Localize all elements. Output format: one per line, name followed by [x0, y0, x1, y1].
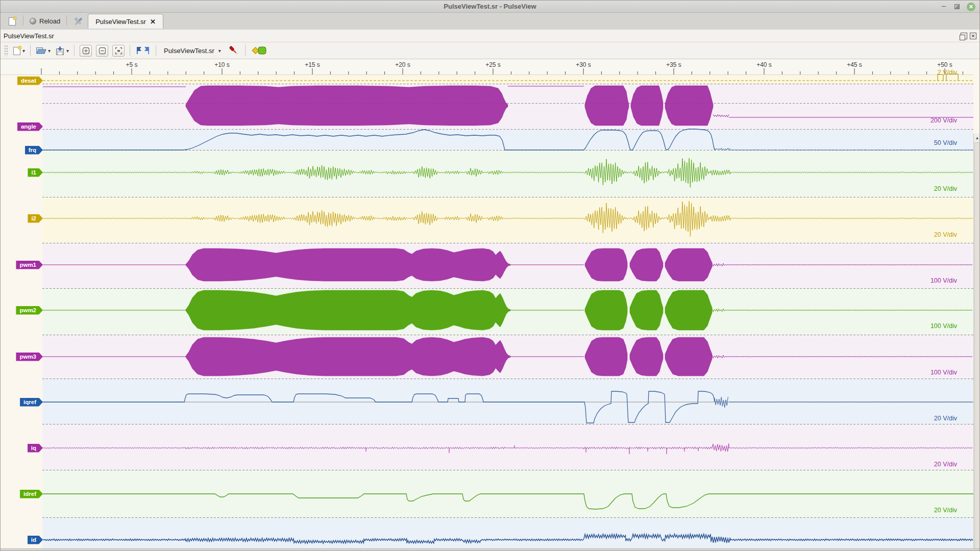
pwm-blocks [665, 248, 712, 281]
vdiv-label-frq: 50 V/div [934, 139, 957, 146]
channels-button[interactable] [249, 44, 270, 57]
new-session-icon [12, 45, 21, 56]
pwm-blocks [186, 290, 510, 330]
window-controls: – ✕ [940, 1, 975, 13]
reload-button[interactable]: Reload [25, 14, 65, 28]
vdiv-label-pwm2: 100 V/div [930, 322, 957, 330]
band-iqref [42, 379, 973, 424]
tab-bar: Reload PulseViewTest.sr ✕ [1, 13, 979, 30]
band-frq [42, 129, 973, 150]
zoom-fit-icon [115, 47, 122, 55]
session-title: PulseViewTest.sr [4, 32, 54, 40]
ruler-label: +15 s [305, 61, 320, 68]
tools-icon [73, 16, 83, 27]
separator [245, 45, 246, 56]
channel-tag-iqref[interactable]: iqref [20, 398, 43, 407]
probe-icon [228, 44, 240, 57]
pwm-blocks [665, 290, 712, 330]
ruler-label: +50 s [937, 61, 952, 68]
band-id [42, 517, 973, 549]
channel-tag-idref[interactable]: idref [20, 490, 43, 498]
angle-blocks [665, 86, 713, 126]
window-title: PulseViewTest.sr - PulseView [444, 3, 536, 10]
channel-tag-angle[interactable]: angle [17, 122, 43, 131]
dock-controls: ✕ [961, 33, 976, 39]
channels-icon [251, 45, 268, 56]
close-button[interactable]: ✕ [967, 3, 975, 11]
band-i1 [42, 150, 973, 197]
pwm-blocks [630, 248, 663, 281]
zoom-out-button[interactable] [96, 45, 108, 57]
tab-bar-buttons: Reload PulseViewTest.sr ✕ [4, 13, 163, 30]
separator [130, 45, 130, 56]
main-toolbar: ▾ ▾ ▾ [1, 42, 979, 59]
ruler-label: +40 s [756, 61, 772, 68]
chevron-down-icon[interactable]: ▾ [48, 48, 51, 54]
vdiv-label-idref: 20 V/div [934, 507, 957, 514]
save-icon [55, 46, 65, 56]
device-selector[interactable]: PulseViewTest.sr ▾ [160, 45, 225, 56]
float-pane-icon[interactable] [961, 33, 967, 39]
open-toolbutton[interactable]: ▾ [34, 45, 52, 56]
settings-button[interactable] [68, 14, 88, 28]
zoom-in-icon [82, 47, 90, 55]
ruler-label: +30 s [576, 61, 591, 68]
vdiv-label-desat: 2 V/div [938, 69, 957, 76]
chevron-down-icon[interactable]: ▾ [22, 48, 25, 54]
separator [66, 15, 67, 26]
waveform-plot [1, 59, 980, 551]
configure-device-button[interactable] [226, 43, 241, 58]
tab-pulseviewtest[interactable]: PulseViewTest.sr ✕ [88, 14, 163, 29]
pulseview-window: { "window": { "title": "PulseViewTest.sr… [0, 0, 980, 551]
pwm-blocks [585, 248, 627, 281]
window-resize-border [1, 548, 979, 550]
separator [156, 45, 156, 56]
angle-blocks [631, 86, 663, 126]
tab-label: PulseViewTest.sr [95, 18, 146, 26]
chevron-down-icon: ▾ [218, 48, 221, 54]
separator [30, 45, 31, 56]
new-session-button[interactable] [4, 14, 21, 28]
channel-tag-desat[interactable]: desat [17, 77, 43, 85]
vdiv-label-iqref: 20 V/div [934, 415, 957, 422]
vertical-scrollbar[interactable]: ▲ [973, 134, 980, 549]
restore-button[interactable] [954, 4, 960, 9]
pwm-blocks [186, 248, 510, 281]
ruler-label: +5 s [126, 61, 137, 68]
zoom-fit-button[interactable] [112, 45, 125, 57]
scroll-up-icon[interactable]: ▲ [974, 134, 980, 142]
cursors-flags-icon [135, 46, 151, 55]
zoom-in-button[interactable] [80, 45, 92, 57]
reload-label: Reload [39, 17, 60, 25]
new-session-icon [8, 16, 17, 26]
new-session-toolbutton[interactable]: ▾ [11, 44, 27, 57]
chevron-down-icon[interactable]: ▾ [66, 48, 69, 54]
trace-view[interactable]: +5 s+10 s+15 s+20 s+25 s+30 s+35 s+40 s+… [1, 59, 980, 551]
vdiv-label-pwm3: 100 V/div [930, 369, 957, 376]
toolbar-grip[interactable] [4, 45, 8, 56]
pwm-blocks [186, 337, 510, 376]
angle-blocks [585, 86, 629, 126]
ruler-label: +10 s [214, 61, 230, 68]
zoom-out-icon [99, 47, 106, 55]
tab-close-icon[interactable]: ✕ [150, 18, 156, 26]
save-toolbutton[interactable]: ▾ [53, 45, 70, 57]
pwm-blocks [630, 290, 663, 330]
ruler-label: +35 s [666, 61, 681, 68]
titlebar[interactable]: PulseViewTest.sr - PulseView – ✕ [1, 1, 979, 13]
band-iq [42, 424, 973, 470]
device-selector-value: PulseViewTest.sr [164, 47, 214, 55]
channel-tag-pwm3[interactable]: pwm3 [16, 353, 43, 361]
channel-tag-pwm1[interactable]: pwm1 [16, 261, 43, 269]
channel-tag-pwm2[interactable]: pwm2 [16, 306, 43, 315]
close-pane-icon[interactable]: ✕ [970, 33, 976, 39]
open-folder-icon [36, 46, 47, 55]
scrollbar-thumb[interactable] [974, 142, 980, 549]
ruler-label: +20 s [395, 61, 410, 68]
vdiv-label-i2: 20 V/div [934, 231, 957, 238]
show-cursors-button[interactable] [134, 45, 152, 56]
vdiv-label-angle: 200 V/div [930, 117, 957, 124]
minimize-button[interactable]: – [940, 3, 947, 10]
separator [74, 45, 75, 56]
pwm-blocks [585, 290, 627, 330]
